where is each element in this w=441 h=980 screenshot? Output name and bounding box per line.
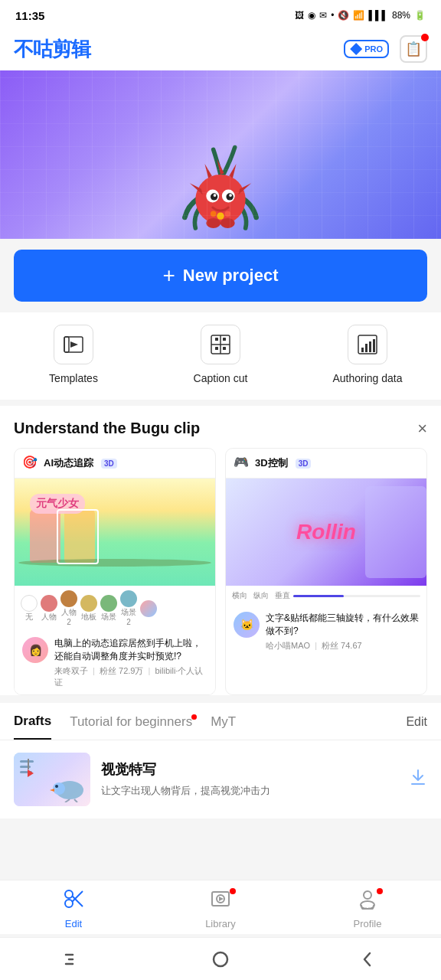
card2-controls: 横向纵向垂直 (226, 586, 426, 606)
nav-library[interactable]: Library (147, 888, 294, 929)
templates-button[interactable]: Templates (0, 325, 147, 384)
svg-marker-5 (238, 183, 251, 194)
draft-thumbnail (14, 753, 90, 806)
authoring-data-button[interactable]: Authoring data (294, 325, 441, 384)
authoring-data-icon (348, 325, 387, 364)
system-home-button[interactable] (198, 944, 243, 975)
tab-tutorial[interactable]: Tutorial for beginners (70, 714, 192, 739)
svg-point-8 (211, 193, 217, 200)
color-person2 (60, 590, 77, 607)
draft-thumb-bird (48, 772, 87, 802)
3d-badge-2: 3D (296, 459, 312, 469)
system-back-button[interactable] (345, 944, 390, 975)
svg-point-11 (229, 194, 232, 197)
bugu-section: Understand the Bugu clip × 🎯 AI动态追踪 3D 元… (0, 406, 441, 695)
authoring-data-label: Authoring data (332, 372, 402, 384)
templates-icon (54, 325, 93, 364)
color-scene2 (120, 590, 137, 607)
svg-point-10 (214, 194, 217, 197)
status-bar: 11:35 🖼 ◉ ✉ • 🔇 📶 ▌▌▌ 88% 🔋 (0, 0, 441, 28)
drafts-edit-button[interactable]: Edit (406, 715, 427, 738)
profile-icon (357, 888, 378, 915)
draft-item[interactable]: 视觉特写 让文字出现人物背后，提高视觉冲击力 (0, 740, 441, 818)
svg-point-13 (211, 211, 216, 217)
nav-edit[interactable]: Edit (0, 888, 147, 929)
bugu-user-2: 哈小喵MAO (266, 641, 310, 650)
svg-marker-35 (50, 789, 54, 792)
svg-rect-28 (361, 348, 364, 352)
notification-badge (421, 34, 429, 41)
tab-drafts[interactable]: Drafts (14, 714, 51, 740)
card2-img-text: Rollin (296, 520, 356, 544)
app-logo: 不咕剪辑 (14, 36, 90, 63)
3d-tag-icon: 🎮 (234, 455, 250, 472)
pro-upgrade-button[interactable]: PRO (344, 40, 389, 58)
header: 不咕剪辑 PRO 📋 (0, 28, 441, 70)
svg-line-37 (74, 799, 77, 802)
draft-download-button[interactable] (409, 768, 427, 791)
new-project-label: New project (183, 266, 279, 286)
bugu-card-1-tag-label: AI动态追踪 (44, 456, 93, 470)
hero-character (178, 132, 263, 239)
bugu-card-1-bottom: 👩 电脑上的动态追踪居然到手机上啦，还能自动调整角度并实时预览!? 来咚双子 |… (15, 631, 215, 694)
svg-rect-30 (369, 341, 371, 352)
ai-tag-icon: 🎯 (22, 455, 39, 472)
bugu-close-button[interactable]: × (417, 420, 427, 437)
battery-text: 88% (392, 10, 410, 21)
nav-library-label: Library (205, 918, 236, 929)
bugu-card-2[interactable]: 🎮 3D控制 3D Rollin 横向纵向垂直 🐱 文字&贴纸都能三轴旋转，有什… (225, 448, 427, 695)
svg-rect-23 (215, 338, 218, 341)
draft-subtitle: 让文字出现人物背后，提高视觉冲击力 (101, 783, 398, 799)
svg-point-34 (55, 785, 58, 788)
mute-icon: 🔇 (338, 10, 349, 21)
svg-marker-45 (219, 897, 224, 901)
svg-marker-2 (217, 158, 224, 175)
bugu-card-2-tag: 🎮 3D控制 3D (226, 449, 426, 479)
svg-point-14 (225, 211, 230, 217)
svg-marker-3 (229, 164, 236, 178)
svg-marker-1 (204, 164, 211, 178)
svg-point-0 (195, 175, 245, 224)
profile-dot (377, 888, 383, 894)
svg-line-36 (65, 799, 70, 802)
quick-actions: Templates Caption cut Authoring data (0, 312, 441, 400)
notification-button[interactable]: 📋 (400, 35, 427, 63)
bugu-card-2-image: Rollin (226, 479, 426, 586)
status-icons: 🖼 ◉ ✉ • 🔇 📶 ▌▌▌ 88% 🔋 (295, 10, 426, 21)
color-palette: 无 人物 人物2 地板 场景 场景2 (15, 586, 215, 631)
svg-marker-4 (190, 183, 203, 194)
bugu-title: Understand the Bugu clip (14, 420, 200, 437)
system-menu-button[interactable] (51, 944, 96, 975)
color-person1 (41, 595, 57, 612)
sim-icon: ◉ (308, 10, 315, 21)
svg-point-9 (226, 193, 233, 200)
bugu-fans-1: 粉丝 72.9万 (100, 666, 143, 675)
color-scene1 (100, 595, 117, 612)
draft-title: 视觉特写 (101, 760, 398, 779)
tutorial-dot (191, 714, 197, 720)
bugu-card-2-desc: 文字&贴纸都能三轴旋转，有什么效果做不到? (266, 612, 419, 638)
new-project-button[interactable]: + New project (14, 250, 427, 302)
clipboard-icon: 📋 (405, 41, 422, 57)
header-actions: PRO 📋 (344, 35, 427, 63)
svg-point-6 (206, 190, 219, 203)
svg-marker-18 (70, 341, 78, 348)
svg-rect-31 (373, 339, 375, 352)
bugu-user-1: 来咚双子 (54, 666, 88, 675)
color-none (21, 595, 38, 612)
system-nav (0, 937, 441, 980)
nav-profile-label: Profile (354, 918, 382, 929)
bugu-card-1-meta: 来咚双子 | 粉丝 72.9万 | bilibili·个人认证 (54, 665, 207, 688)
pro-label: PRO (364, 44, 383, 54)
avatar-small (140, 600, 157, 617)
bugu-card-1-image: 元气少女 (15, 479, 215, 586)
nav-profile[interactable]: Profile (294, 888, 441, 929)
svg-rect-29 (365, 344, 368, 352)
dot-icon: • (331, 10, 334, 21)
caption-cut-button[interactable]: Caption cut (147, 325, 294, 384)
svg-rect-19 (64, 337, 69, 352)
library-icon (210, 888, 231, 915)
svg-point-15 (206, 218, 220, 228)
tab-myt[interactable]: MyT (211, 714, 236, 739)
bugu-card-1[interactable]: 🎯 AI动态追踪 3D 元气少女 无 人物 人物2 地板 场景 (14, 448, 216, 695)
